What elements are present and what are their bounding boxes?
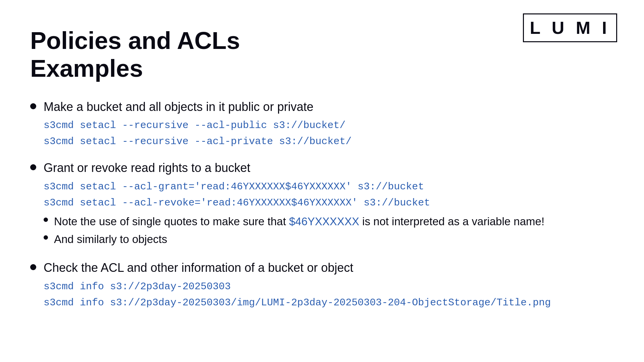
list-item: Check the ACL and other information of a… bbox=[30, 260, 614, 311]
list-item: Grant or revoke read rights to a bucket … bbox=[30, 160, 614, 249]
bullet-text: Check the ACL and other information of a… bbox=[44, 261, 353, 275]
sub-bullet-text: Note the use of single quotes to make su… bbox=[54, 214, 544, 229]
code-line: s3cmd info s3://2p3day-20250303 bbox=[44, 281, 231, 292]
sub-dot bbox=[44, 218, 48, 222]
code-line: s3cmd setacl --recursive --acl-public s3… bbox=[44, 120, 345, 131]
slide-container: L U M I Policies and ACLs Examples Make … bbox=[0, 0, 644, 362]
title-line2: Examples bbox=[30, 55, 143, 82]
code-line: s3cmd setacl --acl-revoke='read:46YXXXXX… bbox=[44, 197, 430, 208]
list-item: Make a bucket and all objects in it publ… bbox=[30, 99, 614, 150]
content-area: Make a bucket and all objects in it publ… bbox=[30, 99, 614, 311]
logo: L U M I bbox=[523, 13, 617, 42]
code-line: s3cmd setacl --recursive --acl-private s… bbox=[44, 136, 352, 147]
code-line: s3cmd setacl --acl-grant='read:46YXXXXXX… bbox=[44, 181, 424, 192]
list-item: And similarly to objects bbox=[44, 232, 614, 247]
bullet-content: Grant or revoke read rights to a bucket … bbox=[44, 160, 614, 249]
logo-text: L U M I bbox=[530, 18, 610, 38]
title-line1: Policies and ACLs bbox=[30, 27, 240, 54]
sub-bullet-text: And similarly to objects bbox=[54, 232, 167, 247]
bullet-content: Make a bucket and all objects in it publ… bbox=[44, 99, 614, 150]
bullet-dot bbox=[30, 103, 36, 109]
highlighted-text: $46YXXXXXX bbox=[289, 215, 359, 228]
main-bullet-list: Make a bucket and all objects in it publ… bbox=[30, 99, 614, 311]
bullet-dot bbox=[30, 164, 36, 170]
bullet-dot bbox=[30, 264, 36, 270]
code-block: s3cmd info s3://2p3day-20250303 s3cmd in… bbox=[44, 279, 614, 311]
bullet-content: Check the ACL and other information of a… bbox=[44, 260, 614, 311]
sub-dot bbox=[44, 235, 48, 240]
bullet-text: Grant or revoke read rights to a bucket bbox=[44, 161, 250, 175]
code-block: s3cmd setacl --acl-grant='read:46YXXXXXX… bbox=[44, 179, 614, 211]
list-item: Note the use of single quotes to make su… bbox=[44, 214, 614, 229]
sub-bullet-list: Note the use of single quotes to make su… bbox=[44, 214, 614, 247]
code-line: s3cmd info s3://2p3day-20250303/img/LUMI… bbox=[44, 297, 551, 308]
code-block: s3cmd setacl --recursive --acl-public s3… bbox=[44, 117, 614, 149]
bullet-text: Make a bucket and all objects in it publ… bbox=[44, 100, 313, 114]
